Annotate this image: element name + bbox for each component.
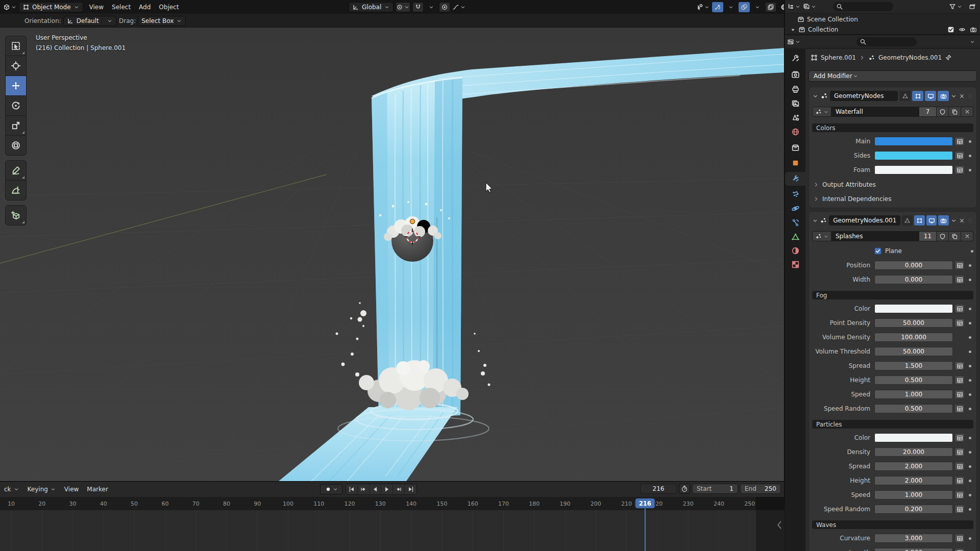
- node-group-name[interactable]: Splashes: [831, 231, 919, 241]
- new-collection-button[interactable]: [967, 2, 978, 12]
- volume-threshold-value-field[interactable]: 50.000: [874, 347, 953, 356]
- use-preview-range-button[interactable]: [679, 484, 690, 494]
- modifier-name-field[interactable]: GeometryNodes: [830, 91, 898, 101]
- input-attribute-toggle[interactable]: [954, 476, 965, 485]
- collapsed-panel-output-attributes[interactable]: Output Attributes: [812, 180, 973, 189]
- play-reverse-button[interactable]: [370, 484, 381, 494]
- render-display-toggle[interactable]: [938, 215, 949, 226]
- height-value-field[interactable]: 2.000: [874, 476, 953, 485]
- timeline-menu-marker[interactable]: Marker: [83, 484, 112, 494]
- timeline-menu-view[interactable]: View: [60, 484, 83, 494]
- pivot-point-dropdown[interactable]: [396, 2, 410, 12]
- viewport-menu-view[interactable]: View: [85, 2, 108, 12]
- decorator-dot[interactable]: [969, 155, 971, 157]
- rotate-tool[interactable]: [5, 95, 27, 116]
- proportional-editing-toggle[interactable]: [439, 2, 450, 12]
- render-display-toggle[interactable]: [938, 91, 949, 101]
- tab-render[interactable]: [785, 68, 805, 82]
- decorator-dot[interactable]: [969, 322, 971, 324]
- sides-color-swatch[interactable]: [874, 151, 953, 160]
- jump-to-end-button[interactable]: [405, 484, 416, 494]
- breadcrumb-modifier[interactable]: GeometryNodes.001: [878, 54, 942, 61]
- frame-start-field[interactable]: Start1: [692, 484, 738, 494]
- on-cage-toggle[interactable]: [902, 215, 913, 226]
- play-button[interactable]: [381, 484, 393, 494]
- input-attribute-toggle[interactable]: [954, 304, 965, 313]
- tab-output[interactable]: [785, 82, 805, 96]
- decorator-dot[interactable]: [969, 393, 971, 396]
- tab-texture[interactable]: [785, 258, 805, 271]
- snap-dropdown[interactable]: [426, 2, 437, 12]
- section-heading-colors[interactable]: Colors: [812, 123, 973, 132]
- decorator-dot[interactable]: [969, 169, 971, 171]
- speed-value-field[interactable]: 1.000: [874, 490, 953, 499]
- input-attribute-toggle[interactable]: [954, 462, 965, 471]
- volume-density-value-field[interactable]: 100.000: [874, 333, 953, 342]
- tab-constraints[interactable]: [785, 216, 805, 230]
- input-attribute-toggle[interactable]: [954, 261, 965, 270]
- current-frame-field[interactable]: 216: [640, 484, 677, 494]
- cursor-tool[interactable]: [5, 56, 27, 76]
- fake-user-button[interactable]: [937, 231, 949, 241]
- unlink-node-group-button[interactable]: [961, 231, 973, 241]
- outliner-filter-button[interactable]: [949, 2, 963, 12]
- properties-search-input[interactable]: [856, 37, 917, 46]
- add-cube-tool[interactable]: [5, 205, 27, 226]
- realtime-display-toggle[interactable]: [926, 215, 937, 226]
- shading-wireframe-button[interactable]: [778, 2, 785, 12]
- move-tool[interactable]: [5, 76, 27, 96]
- outliner-search-input[interactable]: [833, 2, 893, 11]
- browse-node-group-button[interactable]: [812, 107, 831, 117]
- viewport-menu-add[interactable]: Add: [135, 2, 155, 12]
- input-attribute-toggle[interactable]: [954, 165, 965, 174]
- section-heading-fog[interactable]: Fog: [812, 291, 973, 299]
- new-node-group-button[interactable]: [949, 231, 961, 241]
- prev-keyframe-button[interactable]: [358, 484, 370, 494]
- decorator-dot[interactable]: [971, 250, 973, 253]
- auto-keying-button[interactable]: [320, 484, 342, 494]
- outliner-row-scene-collection[interactable]: Scene Collection: [785, 14, 980, 24]
- decorator-dot[interactable]: [969, 408, 971, 410]
- main-color-swatch[interactable]: [874, 137, 953, 146]
- on-cage-toggle[interactable]: [899, 91, 911, 101]
- input-attribute-toggle[interactable]: [954, 361, 965, 370]
- timeline-menu-ck[interactable]: ck: [0, 484, 23, 494]
- show-object-types-dropdown[interactable]: [696, 2, 710, 12]
- drag-dropdown[interactable]: Select Box: [138, 16, 186, 26]
- measure-tool[interactable]: [5, 180, 27, 201]
- spread-value-field[interactable]: 2.000: [874, 462, 953, 471]
- tab-material[interactable]: [785, 244, 805, 258]
- tab-view-layer[interactable]: [785, 97, 805, 111]
- properties-editor-type-button[interactable]: [787, 37, 801, 47]
- input-attribute-toggle[interactable]: [954, 375, 965, 385]
- input-attribute-toggle[interactable]: [954, 318, 965, 328]
- unlink-node-group-button[interactable]: [961, 107, 973, 117]
- decorator-dot[interactable]: [969, 494, 971, 496]
- density-value-field[interactable]: 20.000: [874, 447, 953, 457]
- decorator-dot[interactable]: [969, 140, 971, 143]
- viewport-menu-object[interactable]: Object: [155, 2, 183, 12]
- color-color-swatch[interactable]: [874, 433, 953, 442]
- timeline-editor[interactable]: ckKeyingViewMarker 216 Start1: [0, 481, 785, 551]
- gizmos-dropdown[interactable]: [725, 2, 737, 12]
- decorator-dot[interactable]: [969, 264, 971, 267]
- fake-user-button[interactable]: [937, 107, 949, 117]
- tab-object[interactable]: [785, 156, 805, 170]
- decorator-dot[interactable]: [969, 480, 971, 482]
- edit-mode-display-toggle[interactable]: [912, 91, 923, 101]
- node-group-user-count[interactable]: 7: [919, 107, 937, 117]
- input-attribute-toggle[interactable]: [954, 390, 965, 399]
- decorator-dot[interactable]: [969, 279, 971, 281]
- modifier-close-button[interactable]: [959, 93, 965, 99]
- scale-tool[interactable]: [5, 115, 27, 136]
- frame-end-field[interactable]: End250: [740, 484, 781, 494]
- curvature-value-field[interactable]: 3.000: [874, 534, 953, 543]
- xray-toggle[interactable]: [765, 2, 776, 12]
- gizmos-toggle[interactable]: [712, 2, 723, 12]
- input-attribute-toggle[interactable]: [954, 534, 965, 543]
- height-value-field[interactable]: 0.500: [874, 375, 953, 385]
- collapsed-panel-internal-dependencies[interactable]: Internal Dependencies: [812, 194, 973, 204]
- position-value-field[interactable]: 0.000: [874, 261, 953, 270]
- input-attribute-toggle[interactable]: [954, 151, 965, 160]
- browse-node-group-button[interactable]: [812, 231, 831, 241]
